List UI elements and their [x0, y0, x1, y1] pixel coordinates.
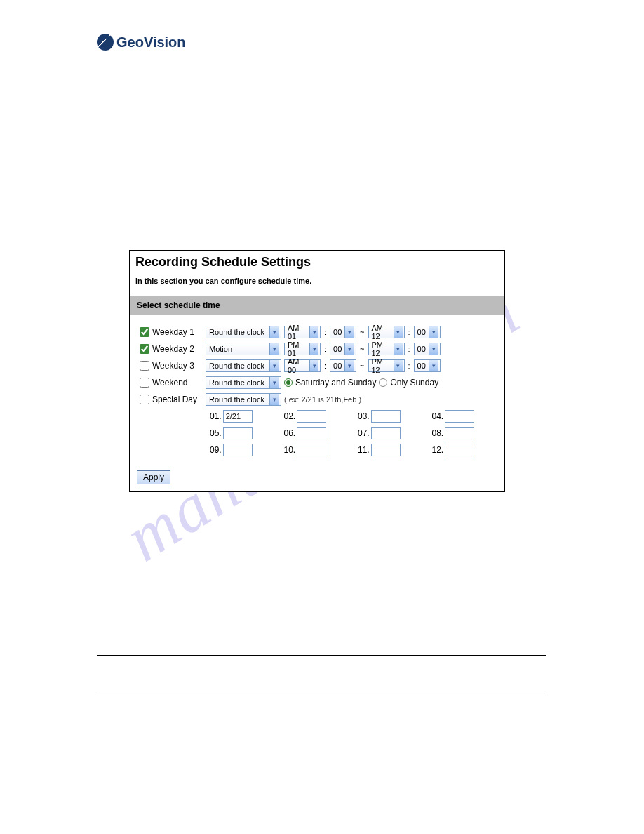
brand-logo: GeoVision [97, 34, 186, 51]
weekday3-end-hour-select[interactable]: PM 12▾ [368, 359, 405, 372]
chevron-down-icon: ▾ [344, 360, 354, 371]
weekday2-end-hour-select[interactable]: PM 12▾ [368, 343, 405, 355]
footer-rule-bottom [97, 694, 546, 694]
weekday3-checkbox[interactable] [140, 361, 149, 371]
brand-mark-icon [97, 34, 114, 51]
sd-03-label: 03. [358, 411, 370, 421]
weekend-only-sun-label: Only Sunday [390, 378, 438, 388]
weekday1-start-min-select[interactable]: 00▾ [330, 326, 356, 338]
sd-01-input[interactable] [223, 410, 253, 423]
colon-separator: : [323, 362, 327, 370]
weekday1-mode-select[interactable]: Round the clock▾ [206, 326, 281, 338]
chevron-down-icon: ▾ [269, 377, 279, 388]
weekday3-mode-select[interactable]: Round the clock▾ [206, 359, 281, 372]
weekday2-label: Weekday 2 [152, 344, 203, 354]
chevron-down-icon: ▾ [344, 343, 354, 355]
sd-05-input[interactable] [223, 427, 253, 439]
radio-filled-icon [284, 378, 293, 387]
sd-03-input[interactable] [371, 410, 401, 423]
weekday3-label: Weekday 3 [152, 361, 203, 371]
weekday1-row: Weekday 1 Round the clock▾ AM 01▾ : 00▾ … [135, 326, 499, 338]
weekend-label: Weekend [152, 378, 203, 388]
weekend-sat-sun-radio[interactable]: Saturday and Sunday [284, 378, 376, 388]
sd-06-input[interactable] [297, 427, 326, 439]
weekday2-row: Weekday 2 Motion▾ PM 01▾ : 00▾ ~ PM 12▾ … [135, 343, 499, 355]
chevron-down-icon: ▾ [309, 343, 318, 355]
weekend-mode-select[interactable]: Round the clock▾ [206, 376, 281, 389]
sd-02-input[interactable] [297, 410, 326, 423]
brand-text: GeoVision [116, 34, 186, 51]
sd-07-input[interactable] [371, 427, 401, 439]
chevron-down-icon: ▾ [269, 360, 279, 371]
weekday2-start-hour-select[interactable]: PM 01▾ [284, 343, 321, 355]
brand-text-vision: Vision [144, 34, 186, 50]
sd-09-input[interactable] [223, 444, 253, 456]
weekday2-end-min-select[interactable]: 00▾ [414, 343, 441, 355]
range-separator: ~ [359, 362, 365, 370]
chevron-down-icon: ▾ [429, 343, 438, 355]
sd-08-input[interactable] [445, 427, 474, 439]
weekday1-label: Weekday 1 [152, 327, 203, 337]
sd-10-input[interactable] [297, 444, 326, 456]
sd-12-input[interactable] [445, 444, 474, 456]
sd-04-label: 04. [432, 411, 444, 421]
special-day-row: Special Day Round the clock▾ ( ex: 2/21 … [135, 393, 499, 406]
colon-separator: : [323, 345, 327, 353]
weekend-checkbox[interactable] [140, 378, 149, 388]
chevron-down-icon: ▾ [394, 326, 403, 338]
special-day-hint: ( ex: 2/21 is 21th,Feb ) [284, 395, 361, 404]
apply-button[interactable]: Apply [137, 470, 170, 484]
chevron-down-icon: ▾ [269, 394, 279, 405]
colon-separator: : [408, 328, 411, 336]
sd-11-label: 11. [358, 445, 370, 455]
weekday3-end-min-select[interactable]: 00▾ [414, 359, 441, 372]
sd-09-label: 09. [210, 445, 222, 455]
weekday1-checkbox[interactable] [140, 327, 149, 337]
sd-04-input[interactable] [445, 410, 474, 423]
chevron-down-icon: ▾ [344, 326, 354, 338]
chevron-down-icon: ▾ [394, 343, 403, 355]
panel-subtitle: In this section you can configure schedu… [135, 277, 499, 285]
recording-schedule-panel: Recording Schedule Settings In this sect… [129, 250, 505, 492]
sd-12-label: 12. [432, 445, 444, 455]
weekday3-row: Weekday 3 Round the clock▾ AM 00▾ : 00▾ … [135, 359, 499, 372]
weekend-sat-sun-label: Saturday and Sunday [295, 378, 376, 388]
radio-empty-icon [379, 378, 387, 387]
weekday1-end-hour-select[interactable]: AM 12▾ [368, 326, 405, 338]
weekday3-start-hour-select[interactable]: AM 00▾ [284, 359, 321, 372]
range-separator: ~ [359, 345, 365, 353]
sd-07-label: 07. [358, 428, 370, 438]
sd-11-input[interactable] [371, 444, 401, 456]
panel-title: Recording Schedule Settings [135, 255, 499, 270]
sd-05-label: 05. [210, 428, 222, 438]
select-schedule-time-header: Select schedule time [130, 296, 504, 315]
sd-06-label: 06. [284, 428, 296, 438]
chevron-down-icon: ▾ [394, 360, 403, 371]
weekday1-end-min-select[interactable]: 00▾ [414, 326, 441, 338]
range-separator: ~ [359, 328, 365, 336]
chevron-down-icon: ▾ [429, 326, 438, 338]
weekend-only-sun-radio[interactable]: Only Sunday [379, 378, 438, 388]
weekday2-start-min-select[interactable]: 00▾ [330, 343, 356, 355]
colon-separator: : [408, 362, 411, 370]
sd-02-label: 02. [284, 411, 296, 421]
colon-separator: : [408, 345, 411, 353]
sd-01-label: 01. [210, 411, 222, 421]
footer-rule-top [97, 655, 546, 656]
weekday2-checkbox[interactable] [140, 344, 149, 354]
chevron-down-icon: ▾ [309, 326, 318, 338]
special-day-mode-select[interactable]: Round the clock▾ [206, 393, 281, 406]
chevron-down-icon: ▾ [429, 360, 438, 371]
weekday1-start-hour-select[interactable]: AM 01▾ [284, 326, 321, 338]
weekday3-start-min-select[interactable]: 00▾ [330, 359, 356, 372]
colon-separator: : [323, 328, 327, 336]
sd-08-label: 08. [432, 428, 444, 438]
chevron-down-icon: ▾ [269, 343, 279, 355]
weekday2-mode-select[interactable]: Motion▾ [206, 343, 281, 355]
chevron-down-icon: ▾ [309, 360, 318, 371]
chevron-down-icon: ▾ [269, 326, 279, 338]
weekend-row: Weekend Round the clock▾ Saturday and Su… [135, 376, 499, 389]
brand-text-geo: Geo [116, 34, 144, 50]
special-day-checkbox[interactable] [140, 395, 149, 404]
sd-10-label: 10. [284, 445, 296, 455]
